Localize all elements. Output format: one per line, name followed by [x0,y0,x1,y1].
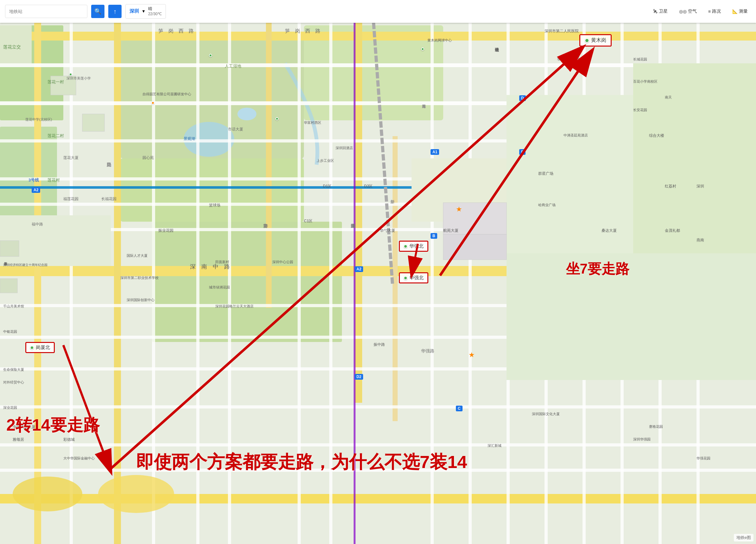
measure-icon: 📐 [732,9,738,14]
label-d2: D2区 [364,184,373,189]
svg-rect-55 [82,114,104,131]
text-annotation-1: 2转14要走路 [6,414,100,436]
label-changan: 长安花园 [633,108,647,112]
location-weather-widget[interactable]: 深圳 ▼ 晴 22/30℃ [125,4,166,19]
label-zhongyin: 中银花园 [3,329,17,334]
search-input[interactable] [5,5,87,18]
label-qianshan: 千山月美术馆 [3,304,24,309]
map-container: 🔍 ↑ 深圳 ▼ 晴 22/30℃ 🛰 卫星 ◎◎ 空气 ≡ 路 [0,0,756,544]
label-hongli: 红荔村 [665,184,676,189]
label-saige-flowers: 华强花园 [696,456,710,461]
poi-rengong [209,54,212,57]
label-huaqiang-yuan: 深圳华强园 [633,437,651,442]
label-qunxing: 群星广场 [538,171,553,176]
label-lianhua-lijiao: 莲花立交 [3,44,21,50]
label-huanggang-tennis: 黄木岗网球中心 [427,38,452,43]
metro-d: D [519,95,526,101]
map-controls: 🛰 卫星 ◎◎ 空气 ≡ 路况 📐 测量 [650,7,751,16]
label-rengong: 人工湿地 [225,63,241,69]
metro-a2-left: A2 [32,187,40,193]
label-huashao: 华勺大厦 [380,228,395,233]
metro-b: B [431,233,437,238]
satellite-icon: 🛰 [653,9,658,14]
label-d1: D1区 [323,184,331,189]
label-shenhuixincheng: 深汇新城 [488,443,501,448]
metro-line3-label: 3号线 [28,177,39,183]
svg-rect-56 [0,241,19,256]
label-yasongjv: 雅颂居 [13,437,24,442]
annotation-huaqiangbei2: 华强北 [399,272,428,283]
label-jingguanhu: 景观湖 [184,136,195,142]
svg-rect-4 [152,222,342,342]
label-baihua: 百花小学南校区 [633,79,658,84]
label-nan-tian: 南天 [665,95,672,100]
road-label-jigang-west2: 笋 岗 西 路 [285,28,320,35]
label-shihua: 市话大厦 [228,127,243,132]
metro-d2: D2 [355,374,363,379]
label-huayuan-hotel: 深圳花园格兰云天大酒店 [215,304,254,309]
label-guoji-talent: 国际人才大厦 [127,253,148,258]
svg-point-46 [98,475,174,513]
label-huaqiang-school: 华强小学(中部) [557,57,580,62]
weather-status: 晴 [148,6,162,12]
text-annotation-3: 即使两个方案都要走路，为什么不选7装14 [136,450,467,474]
measure-btn[interactable]: 📐 测量 [729,7,751,16]
annotation-huaqiangbei1: 华强北 [399,241,428,252]
label-changcheng: 长城花园 [633,57,647,62]
label-shangbu: 上步工业区 [317,158,334,163]
label-fuzhong: 福中路 [32,222,43,227]
svg-point-8 [237,108,256,120]
traffic-btn[interactable]: ≡ 路况 [705,7,724,16]
label-changfu: 长福花园 [101,196,117,202]
label-yannan: 燕南 [696,237,704,243]
search-icon: 🔍 [94,8,101,15]
dropdown-icon: ▼ [142,9,146,14]
toolbar: 🔍 ↑ 深圳 ▼ 晴 22/30℃ 🛰 卫星 ◎◎ 空气 ≡ 路 [0,0,756,23]
svg-rect-12 [34,23,41,544]
air-btn[interactable]: ◎◎ 空气 [676,7,700,16]
svg-rect-26 [0,405,756,408]
metro-a2: A2 [355,266,363,272]
temperature: 22/30℃ [148,12,162,17]
metro-e: E [519,149,526,155]
star-marker-1: ★ [456,205,462,213]
label-sangda: 桑达大厦 [602,228,617,233]
label-lianhua1: 莲花一村 [47,79,64,85]
label-hangyuan: 航苑大厦 [443,228,458,233]
label-lianhua-middle: 莲花中学(北校区) [25,117,52,122]
satellite-btn[interactable]: 🛰 卫星 [650,7,671,16]
air-icon: ◎◎ [679,9,687,14]
city-name: 深圳 [129,8,139,14]
metro-a1: A1 [431,149,439,155]
direction-button[interactable]: ↑ [108,5,122,18]
label-zongh: 综合大楼 [649,133,664,138]
svg-rect-3 [120,158,304,222]
label-shenye: 深业花园 [3,405,17,410]
label-jingji-tequ: 深圳经济特区建立十周年纪念园 [3,263,47,267]
poi-meilianxue [69,73,72,76]
text-annotation-2: 坐7要走路 [566,260,629,278]
label-saige: 赛格花园 [649,424,663,429]
label-lianhua-dasha: 莲花大厦 [63,155,79,161]
watermark: 地铁e图 [734,534,753,541]
label-shengming: 生命保险大厦 [3,367,24,372]
label-fulian: 福莲花园 [63,196,79,202]
svg-rect-36 [469,23,472,544]
annotation-gangbei: 岗厦北 [25,342,55,353]
label-guoji-create: 深圳国际创新中心 [127,298,154,302]
search-button[interactable]: 🔍 [91,5,104,18]
label-zhongzhou: 中洲圣廷苑酒店 [564,133,588,138]
label-shenzhen-2nd-hosp: 深圳市第二人民医院 [545,28,579,34]
metro-c: C [456,405,463,411]
label-caidecheng: 彩德城 [63,437,75,442]
svg-rect-52 [507,253,756,380]
svg-rect-59 [443,234,507,260]
label-guoji-wenhua: 深圳国际文化大厦 [532,412,560,416]
poi-huanggang-tennis [421,47,424,51]
svg-rect-57 [0,279,17,293]
label-huaqiang-road: 华强路 [421,348,434,354]
poi-shichua-park [275,117,279,120]
label-lianhua2: 莲花二村 [47,133,64,139]
star-marker-2: ★ [469,351,475,359]
svg-rect-27 [0,443,756,446]
